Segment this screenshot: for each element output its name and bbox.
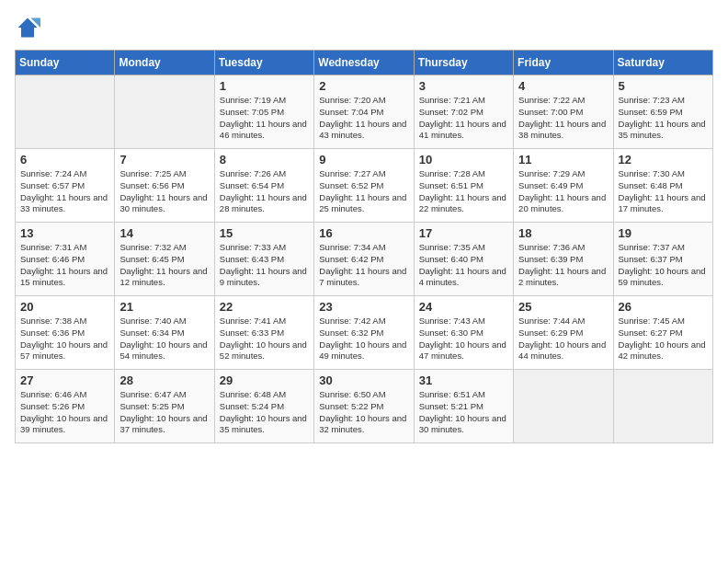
cell-details: Sunrise: 7:32 AMSunset: 6:45 PMDaylight:… <box>119 242 209 289</box>
calendar-cell <box>514 370 613 443</box>
cell-details: Sunrise: 7:24 AMSunset: 6:57 PMDaylight:… <box>20 168 109 215</box>
day-number: 12 <box>619 153 708 167</box>
col-header-tuesday: Tuesday <box>214 51 313 75</box>
day-number: 25 <box>518 300 608 314</box>
day-number: 24 <box>419 300 508 314</box>
cell-details: Sunrise: 7:43 AMSunset: 6:30 PMDaylight:… <box>419 316 508 362</box>
cell-details: Sunrise: 7:36 AMSunset: 6:39 PMDaylight:… <box>518 242 608 289</box>
day-number: 30 <box>319 373 408 387</box>
calendar-cell: 29Sunrise: 6:48 AMSunset: 5:24 PMDayligh… <box>214 370 313 443</box>
day-number: 21 <box>119 300 209 314</box>
col-header-sunday: Sunday <box>16 51 115 75</box>
cell-details: Sunrise: 7:40 AMSunset: 6:34 PMDaylight:… <box>119 316 209 362</box>
day-number: 19 <box>619 226 708 240</box>
day-number: 22 <box>220 300 309 314</box>
col-header-saturday: Saturday <box>613 51 712 75</box>
day-number: 27 <box>20 373 109 387</box>
calendar-cell: 16Sunrise: 7:34 AMSunset: 6:42 PMDayligh… <box>314 223 414 296</box>
day-number: 18 <box>518 226 608 240</box>
calendar-cell: 30Sunrise: 6:50 AMSunset: 5:22 PMDayligh… <box>314 370 414 443</box>
cell-details: Sunrise: 7:31 AMSunset: 6:46 PMDaylight:… <box>20 242 109 289</box>
calendar-cell: 13Sunrise: 7:31 AMSunset: 6:46 PMDayligh… <box>16 223 115 296</box>
calendar-cell <box>16 75 115 149</box>
cell-details: Sunrise: 7:27 AMSunset: 6:52 PMDaylight:… <box>319 168 408 215</box>
cell-details: Sunrise: 7:45 AMSunset: 6:27 PMDaylight:… <box>619 316 708 362</box>
cell-details: Sunrise: 6:48 AMSunset: 5:24 PMDaylight:… <box>220 389 309 436</box>
calendar-cell: 28Sunrise: 6:47 AMSunset: 5:25 PMDayligh… <box>115 370 214 443</box>
day-number: 31 <box>419 373 508 387</box>
cell-details: Sunrise: 6:46 AMSunset: 5:26 PMDaylight:… <box>20 389 109 436</box>
day-number: 16 <box>319 226 408 240</box>
calendar-cell: 8Sunrise: 7:26 AMSunset: 6:54 PMDaylight… <box>214 149 313 223</box>
cell-details: Sunrise: 7:34 AMSunset: 6:42 PMDaylight:… <box>319 242 408 289</box>
day-number: 4 <box>518 79 608 93</box>
week-row-4: 20Sunrise: 7:38 AMSunset: 6:36 PMDayligh… <box>16 296 713 370</box>
day-number: 6 <box>20 153 109 167</box>
cell-details: Sunrise: 7:25 AMSunset: 6:56 PMDaylight:… <box>119 168 209 215</box>
page-header <box>15 15 713 40</box>
calendar-cell: 5Sunrise: 7:23 AMSunset: 6:59 PMDaylight… <box>613 75 712 149</box>
cell-details: Sunrise: 7:23 AMSunset: 6:59 PMDaylight:… <box>619 95 708 142</box>
col-header-friday: Friday <box>514 51 613 75</box>
col-header-wednesday: Wednesday <box>314 51 414 75</box>
day-number: 26 <box>619 300 708 314</box>
calendar-cell: 26Sunrise: 7:45 AMSunset: 6:27 PMDayligh… <box>613 296 712 370</box>
day-number: 17 <box>419 226 508 240</box>
cell-details: Sunrise: 7:37 AMSunset: 6:37 PMDaylight:… <box>619 242 708 289</box>
week-row-2: 6Sunrise: 7:24 AMSunset: 6:57 PMDaylight… <box>16 149 713 223</box>
calendar-cell: 21Sunrise: 7:40 AMSunset: 6:34 PMDayligh… <box>115 296 214 370</box>
cell-details: Sunrise: 7:38 AMSunset: 6:36 PMDaylight:… <box>20 316 109 362</box>
day-number: 7 <box>119 153 209 167</box>
calendar-cell: 19Sunrise: 7:37 AMSunset: 6:37 PMDayligh… <box>613 223 712 296</box>
calendar-cell: 20Sunrise: 7:38 AMSunset: 6:36 PMDayligh… <box>16 296 115 370</box>
cell-details: Sunrise: 7:30 AMSunset: 6:48 PMDaylight:… <box>619 168 708 215</box>
cell-details: Sunrise: 7:22 AMSunset: 7:00 PMDaylight:… <box>518 95 608 142</box>
day-number: 1 <box>220 79 309 93</box>
cell-details: Sunrise: 7:35 AMSunset: 6:40 PMDaylight:… <box>419 242 508 289</box>
calendar-cell: 3Sunrise: 7:21 AMSunset: 7:02 PMDaylight… <box>414 75 513 149</box>
week-row-3: 13Sunrise: 7:31 AMSunset: 6:46 PMDayligh… <box>16 223 713 296</box>
cell-details: Sunrise: 7:19 AMSunset: 7:05 PMDaylight:… <box>220 95 309 142</box>
cell-details: Sunrise: 7:33 AMSunset: 6:43 PMDaylight:… <box>220 242 309 289</box>
cell-details: Sunrise: 7:44 AMSunset: 6:29 PMDaylight:… <box>518 316 608 362</box>
day-number: 8 <box>220 153 309 167</box>
day-number: 20 <box>20 300 109 314</box>
cell-details: Sunrise: 7:41 AMSunset: 6:33 PMDaylight:… <box>220 316 309 362</box>
calendar-cell: 24Sunrise: 7:43 AMSunset: 6:30 PMDayligh… <box>414 296 513 370</box>
calendar-cell: 12Sunrise: 7:30 AMSunset: 6:48 PMDayligh… <box>613 149 712 223</box>
col-header-monday: Monday <box>115 51 214 75</box>
day-number: 15 <box>220 226 309 240</box>
week-row-1: 1Sunrise: 7:19 AMSunset: 7:05 PMDaylight… <box>16 75 713 149</box>
calendar-cell <box>613 370 712 443</box>
day-number: 3 <box>419 79 508 93</box>
calendar-cell: 17Sunrise: 7:35 AMSunset: 6:40 PMDayligh… <box>414 223 513 296</box>
calendar-cell: 27Sunrise: 6:46 AMSunset: 5:26 PMDayligh… <box>16 370 115 443</box>
day-number: 23 <box>319 300 408 314</box>
cell-details: Sunrise: 7:26 AMSunset: 6:54 PMDaylight:… <box>220 168 309 215</box>
calendar-cell: 25Sunrise: 7:44 AMSunset: 6:29 PMDayligh… <box>514 296 613 370</box>
calendar-cell: 9Sunrise: 7:27 AMSunset: 6:52 PMDaylight… <box>314 149 414 223</box>
calendar-cell: 6Sunrise: 7:24 AMSunset: 6:57 PMDaylight… <box>16 149 115 223</box>
header-row: SundayMondayTuesdayWednesdayThursdayFrid… <box>16 51 713 75</box>
logo <box>15 15 44 40</box>
cell-details: Sunrise: 6:51 AMSunset: 5:21 PMDaylight:… <box>419 389 508 436</box>
calendar-cell: 10Sunrise: 7:28 AMSunset: 6:51 PMDayligh… <box>414 149 513 223</box>
cell-details: Sunrise: 7:20 AMSunset: 7:04 PMDaylight:… <box>319 95 408 142</box>
day-number: 28 <box>119 373 209 387</box>
day-number: 2 <box>319 79 408 93</box>
calendar-cell: 23Sunrise: 7:42 AMSunset: 6:32 PMDayligh… <box>314 296 414 370</box>
day-number: 29 <box>220 373 309 387</box>
day-number: 5 <box>619 79 708 93</box>
calendar-cell <box>115 75 214 149</box>
calendar-cell: 22Sunrise: 7:41 AMSunset: 6:33 PMDayligh… <box>214 296 313 370</box>
day-number: 10 <box>419 153 508 167</box>
day-number: 11 <box>518 153 608 167</box>
logo-icon <box>15 15 40 40</box>
calendar-cell: 31Sunrise: 6:51 AMSunset: 5:21 PMDayligh… <box>414 370 513 443</box>
cell-details: Sunrise: 7:28 AMSunset: 6:51 PMDaylight:… <box>419 168 508 215</box>
calendar-cell: 14Sunrise: 7:32 AMSunset: 6:45 PMDayligh… <box>115 223 214 296</box>
calendar-cell: 18Sunrise: 7:36 AMSunset: 6:39 PMDayligh… <box>514 223 613 296</box>
calendar-cell: 11Sunrise: 7:29 AMSunset: 6:49 PMDayligh… <box>514 149 613 223</box>
calendar-cell: 7Sunrise: 7:25 AMSunset: 6:56 PMDaylight… <box>115 149 214 223</box>
calendar-table: SundayMondayTuesdayWednesdayThursdayFrid… <box>15 50 713 443</box>
